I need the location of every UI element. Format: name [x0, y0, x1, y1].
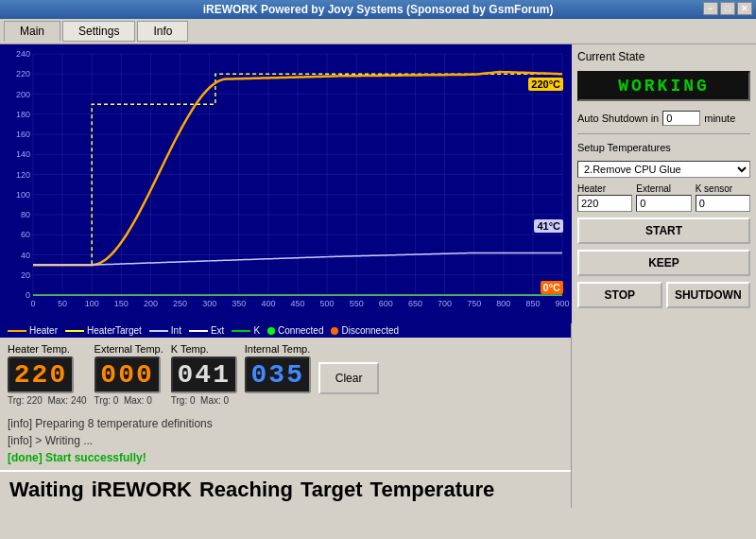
legend-heatertarget: HeaterTarget: [65, 325, 142, 336]
legend-connected: Connected: [267, 325, 323, 336]
bottom-status: Waiting iREWORK Reaching Target Temperat…: [0, 470, 571, 508]
start-button[interactable]: START: [577, 217, 750, 244]
internal-display-block: Internal Temp. 035: [245, 343, 311, 393]
shutdown-button[interactable]: SHUTDOWN: [666, 282, 751, 308]
chart-label-zero: 0°C: [541, 281, 563, 294]
external-digital-display: 000: [94, 356, 161, 393]
external-field-block: External: [636, 183, 691, 212]
app-title: iREWORK Powered by Jovy Systems (Sponsor…: [203, 3, 554, 16]
k-digital-display: 041: [171, 356, 237, 393]
temp-fields-row: Heater External K sensor: [577, 183, 750, 212]
log-section: [info] Preparing 8 temperature definitio…: [0, 411, 571, 470]
right-panel: Current State WORKING Auto Shutdown in m…: [572, 44, 756, 508]
auto-shutdown-label: Auto Shutdown in: [577, 113, 659, 124]
internal-display-label: Internal Temp.: [245, 343, 311, 355]
maximize-button[interactable]: □: [720, 2, 735, 15]
chart-area: 220°C 41°C 0°C: [0, 44, 571, 323]
chart-label-internal: 41°C: [534, 219, 563, 233]
legend-ext: Ext: [189, 325, 224, 336]
display-section: Heater Temp. 220 Trg: 220 Max: 240 Exter…: [0, 338, 571, 411]
auto-shutdown-row: Auto Shutdown in minute: [577, 111, 750, 126]
status-word-2: iREWORK: [92, 478, 192, 502]
log-line-2: [info] > Writing ...: [8, 432, 563, 449]
working-display: WORKING: [577, 71, 750, 101]
external-display-block: External Temp. 000 Trg: 0 Max: 0: [94, 343, 163, 406]
heater-display-block: Heater Temp. 220 Trg: 220 Max: 240: [8, 343, 87, 406]
clear-button[interactable]: Clear: [318, 362, 380, 394]
left-panel: 220°C 41°C 0°C Heater HeaterTarget Int E…: [0, 44, 572, 508]
internal-digital-display: 035: [245, 356, 311, 393]
k-field-block: K sensor: [696, 183, 750, 212]
legend-ext-label: Ext: [211, 325, 224, 336]
keep-button[interactable]: KEEP: [577, 250, 750, 276]
log-line-1: [info] Preparing 8 temperature definitio…: [8, 415, 563, 432]
main-content: 220°C 41°C 0°C Heater HeaterTarget Int E…: [0, 44, 756, 508]
minute-label: minute: [704, 113, 735, 124]
status-word-3: Reaching: [199, 478, 293, 502]
chart-legend: Heater HeaterTarget Int Ext K Connected: [0, 323, 571, 338]
log-line-done: [done] Start successfully!: [8, 449, 563, 466]
k-field-label: K sensor: [696, 183, 750, 194]
legend-heatertarget-label: HeaterTarget: [87, 325, 142, 336]
close-button[interactable]: ✕: [737, 2, 752, 15]
external-field-label: External: [636, 183, 691, 194]
status-word-1: Waiting: [9, 478, 84, 502]
external-field-input[interactable]: [636, 195, 691, 212]
legend-disconnected: Disconnected: [331, 325, 399, 336]
current-state-label: Current State: [577, 50, 750, 63]
heater-digital-display: 220: [8, 356, 74, 393]
menu-bar: Main Settings Info: [0, 19, 756, 44]
k-display-label: K Temp.: [171, 343, 209, 355]
legend-disconnected-label: Disconnected: [341, 325, 399, 336]
k-display-block: K Temp. 041 Trg: 0 Max: 0: [171, 343, 237, 406]
divider-1: [577, 133, 750, 134]
heater-field-block: Heater: [577, 183, 632, 212]
auto-shutdown-input[interactable]: [662, 111, 700, 126]
legend-int-label: Int: [171, 325, 181, 336]
status-word-5: Temperature: [370, 478, 495, 502]
k-sub-info: Trg: 0 Max: 0: [171, 395, 229, 406]
minimize-button[interactable]: −: [703, 2, 718, 15]
legend-k: K: [232, 325, 260, 336]
k-field-input[interactable]: [696, 195, 750, 212]
tab-settings[interactable]: Settings: [62, 21, 135, 42]
legend-connected-label: Connected: [278, 325, 323, 336]
stop-button[interactable]: STOP: [577, 282, 662, 308]
legend-heater: Heater: [8, 325, 58, 336]
tab-main[interactable]: Main: [4, 21, 60, 42]
stop-shutdown-row: STOP SHUTDOWN: [577, 282, 750, 308]
tab-info[interactable]: Info: [137, 21, 188, 42]
heater-field-input[interactable]: [577, 195, 632, 212]
external-display-label: External Temp.: [94, 343, 163, 355]
title-bar: iREWORK Powered by Jovy Systems (Sponsor…: [0, 0, 756, 19]
heater-display-label: Heater Temp.: [8, 343, 70, 355]
chart-label-heater: 220°C: [528, 78, 563, 91]
window-controls[interactable]: − □ ✕: [703, 2, 752, 15]
legend-k-label: K: [253, 325, 260, 336]
legend-int: Int: [149, 325, 181, 336]
setup-temperatures-label: Setup Temperatures: [577, 142, 750, 153]
heater-sub-info: Trg: 220 Max: 240: [8, 395, 87, 406]
heater-field-label: Heater: [577, 183, 632, 194]
external-sub-info: Trg: 0 Max: 0: [94, 395, 152, 406]
legend-heater-label: Heater: [29, 325, 58, 336]
status-word-4: Target: [301, 478, 363, 502]
setup-dropdown[interactable]: 2.Remove CPU Glue 1.Preheat 3.Reflow 4.C…: [577, 161, 750, 178]
